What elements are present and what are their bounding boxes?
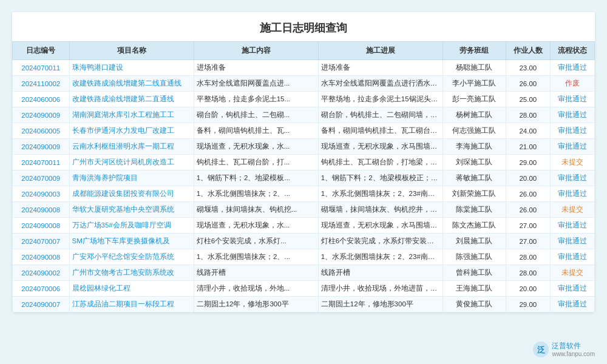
table-row: 2024060005长春市伊通河水力发电厂改建工备料，砌间墙钩机排土、瓦...备…: [13, 123, 595, 139]
cell-status: 审批通过: [550, 218, 594, 234]
cell-progress: 钩机排土、瓦工砌台阶，打地梁，只搭...: [318, 155, 443, 170]
col-status: 流程状态: [550, 42, 594, 60]
cell-id[interactable]: 2024090009: [13, 107, 70, 123]
table-row: 2024090009云南水利枢纽潜明水库一期工程现场巡查，无积水现象，水...现…: [13, 139, 595, 155]
cell-status: 未提交: [550, 265, 594, 281]
table-row: 2024070006晨稔园林绿化工程清理小井，收拾现场，外地...清理小井，收拾…: [13, 281, 595, 297]
table-row: 2024090003成都能源建设集团投资有限公司1、水系北侧围墙抹灰；2、...…: [13, 186, 595, 202]
cell-id[interactable]: 2024090009: [13, 139, 70, 155]
cell-id[interactable]: 2024090002: [13, 265, 70, 281]
cell-id[interactable]: 2024070009: [13, 170, 70, 186]
cell-team: 杨聪施工队: [443, 60, 506, 76]
table-row: 2024070007SM广场地下车库更换摄像机及灯柱6个安装完成，水系灯...灯…: [13, 234, 595, 249]
cell-id[interactable]: 2024090008: [13, 202, 70, 218]
cell-project[interactable]: 华软大厦研究基地中央空调系统: [69, 202, 194, 218]
cell-content: 1、水系北侧围墙抹灰；2、...: [194, 249, 318, 265]
table-row: 2024110002改建铁路成渝线增建第二线直通线水车对全线遮阳网覆盖点进...…: [13, 76, 595, 92]
cell-project[interactable]: 广安邓小平纪念馆安全防范系统: [69, 249, 194, 265]
cell-status: 审批通过: [550, 92, 594, 107]
cell-progress: 二期固土12年，修地形300平: [318, 297, 443, 312]
cell-id[interactable]: 2024090008: [13, 218, 70, 234]
cell-id[interactable]: 2024070006: [13, 281, 70, 297]
cell-team: 陈文杰施工队: [443, 218, 506, 234]
cell-count: 29.00: [506, 155, 550, 170]
cell-project[interactable]: 改建铁路成渝线增建第二直通线: [69, 92, 194, 107]
cell-project[interactable]: 江苏成品油二期项目一标段工程: [69, 297, 194, 312]
cell-project[interactable]: SM广场地下车库更换摄像机及: [69, 234, 194, 249]
cell-project[interactable]: 青海洪海养护院项目: [69, 170, 194, 186]
cell-id[interactable]: 2024090003: [13, 186, 70, 202]
cell-content: 灯柱6个安装完成，水系灯...: [194, 234, 318, 249]
cell-id[interactable]: 2024110002: [13, 76, 70, 92]
cell-status: 审批通过: [550, 297, 594, 312]
cell-content: 现场巡查，无积水现象，水...: [194, 139, 318, 155]
logo-sub: www.fanpu.com: [552, 351, 595, 357]
cell-project[interactable]: 珠海鸭港口建设: [69, 60, 194, 76]
main-container: 施工日志明细查询 日志编号 项目名称 施工内容 施工进展 劳务班组 作业人数 流…: [0, 0, 607, 364]
col-project: 项目名称: [69, 42, 194, 60]
table-row: 2024090002广州市文物考古工地安防系统改线路开槽线路开槽曾科施工队28.…: [13, 265, 595, 281]
col-progress: 施工进展: [318, 42, 443, 60]
cell-project[interactable]: 成都能源建设集团投资有限公司: [69, 186, 194, 202]
logo-text-block: 泛普软件 www.fanpu.com: [552, 342, 595, 358]
table-row: 2024070011珠海鸭港口建设进场准备进场准备杨聪施工队23.00审批通过: [13, 60, 595, 76]
cell-content: 备料，砌间墙钩机排土、瓦...: [194, 123, 318, 139]
cell-progress: 现场巡查，无积水现象，水马围墙等未...: [318, 218, 443, 234]
cell-count: 26.00: [506, 202, 550, 218]
cell-content: 1、水系北侧围墙抹灰；2、...: [194, 186, 318, 202]
cell-status: 审批通过: [550, 186, 594, 202]
cell-id[interactable]: 2024070011: [13, 155, 70, 170]
cell-count: 27.00: [506, 234, 550, 249]
cell-status: 审批通过: [550, 107, 594, 123]
logo-icon: 泛: [532, 341, 549, 358]
cell-id[interactable]: 2024070007: [13, 234, 70, 249]
cell-id[interactable]: 2024090008: [13, 249, 70, 265]
cell-count: 29.00: [506, 297, 550, 312]
cell-id[interactable]: 2024090007: [13, 297, 70, 312]
table-row: 2024090008万达广场35#会所及咖啡厅空调现场巡查，无积水现象，水...…: [13, 218, 595, 234]
cell-project[interactable]: 长春市伊通河水力发电厂改建工: [69, 123, 194, 139]
cell-id[interactable]: 2024070011: [13, 60, 70, 76]
cell-team: 彭一亮施工队: [443, 92, 506, 107]
cell-content: 水车对全线遮阳网覆盖点进...: [194, 76, 318, 92]
cell-status: 审批通过: [550, 281, 594, 297]
cell-team: 陈棠施工队: [443, 202, 506, 218]
cell-project[interactable]: 云南水利枢纽潜明水库一期工程: [69, 139, 194, 155]
cell-team: 李海施工队: [443, 139, 506, 155]
cell-status: 审批通过: [550, 234, 594, 249]
cell-id[interactable]: 2024060005: [13, 123, 70, 139]
cell-progress: 平整场地，拉走多余泥土15锅泥头车，...: [318, 92, 443, 107]
table-row: 2024070011广州市天河区统计局机房改造工钩机排土、瓦工砌台阶，打...钩…: [13, 155, 595, 170]
cell-status: 审批通过: [550, 249, 594, 265]
cell-id[interactable]: 2024060006: [13, 92, 70, 107]
cell-progress: 1、钢筋下料；2、地梁模板校正；3、2...: [318, 170, 443, 186]
cell-status: 未提交: [550, 155, 594, 170]
cell-project[interactable]: 湖南洞庭湖水库引水工程施工工: [69, 107, 194, 123]
cell-team: 王海施工队: [443, 281, 506, 297]
cell-status: 审批通过: [550, 170, 594, 186]
cell-count: 21.00: [506, 139, 550, 155]
cell-project[interactable]: 晨稔园林绿化工程: [69, 281, 194, 297]
cell-progress: 1、水系北侧围墙抹灰；2、23#南侧台...: [318, 186, 443, 202]
cell-progress: 砌台阶，钩机排土、二包砌间墙，晚间...: [318, 107, 443, 123]
col-content: 施工内容: [194, 42, 318, 60]
cell-count: 27.00: [506, 218, 550, 234]
cell-project[interactable]: 广州市天河区统计局机房改造工: [69, 155, 194, 170]
cell-project[interactable]: 广州市文物考古工地安防系统改: [69, 265, 194, 281]
page-title: 施工日志明细查询: [12, 12, 595, 41]
cell-content: 二期固土12年，修地形300平: [194, 297, 318, 312]
cell-project[interactable]: 万达广场35#会所及咖啡厅空调: [69, 218, 194, 234]
table-row: 2024090008华软大厦研究基地中央空调系统砌堰墙，抹间墙抹灰、钩机挖...…: [13, 202, 595, 218]
cell-count: 20.00: [506, 281, 550, 297]
cell-progress: 灯柱6个安装完成，水系灯带安装变压...: [318, 234, 443, 249]
table-row: 2024070009青海洪海养护院项目1、钢筋下料；2、地梁模板...1、钢筋下…: [13, 170, 595, 186]
table-row: 2024090009湖南洞庭湖水库引水工程施工工砌台阶，钩机排土、二包砌...砌…: [13, 107, 595, 123]
cell-team: 陈强施工队: [443, 249, 506, 265]
cell-project[interactable]: 改建铁路成渝线增建第二线直通线: [69, 76, 194, 92]
cell-progress: 砌堰墙，抹间墙抹灰、钩机挖井，清理水...: [318, 202, 443, 218]
cell-content: 清理小井，收拾现场，外地...: [194, 281, 318, 297]
cell-status: 未提交: [550, 202, 594, 218]
cell-progress: 水车对全线遮阳网覆盖点进行洒水抑制...: [318, 76, 443, 92]
cell-progress: 现场巡查，无积水现象，水马围墙等未...: [318, 139, 443, 155]
cell-count: 28.00: [506, 265, 550, 281]
